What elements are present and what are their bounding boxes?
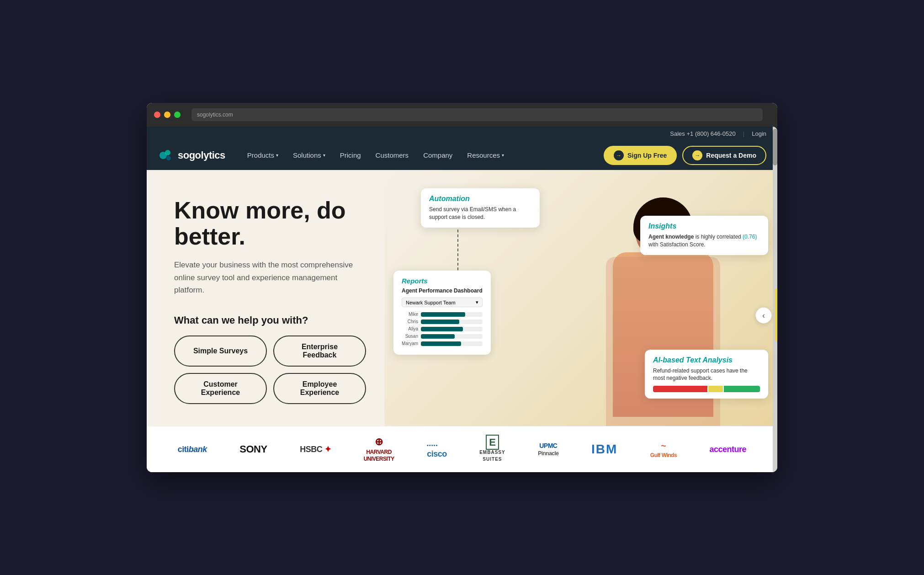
maximize-button[interactable] xyxy=(174,112,181,118)
pill-enterprise-feedback[interactable]: Enterprise Feedback xyxy=(273,335,366,367)
nav-pricing[interactable]: Pricing xyxy=(340,151,361,159)
bar-label: Maryam xyxy=(402,341,418,346)
bar-chart: Mike Chris Aliya Susan M xyxy=(402,312,483,346)
card-automation-title: Automation xyxy=(429,195,531,203)
bar-track xyxy=(421,327,483,331)
negative-sentiment xyxy=(653,386,707,392)
nav-buttons: → Sign Up Free → Request a Demo xyxy=(604,146,766,165)
help-title: What can we help you with? xyxy=(174,314,366,326)
hero-right: Automation Send survey via Email/SMS whe… xyxy=(384,170,777,426)
card-insights-title: Insights xyxy=(648,222,760,230)
bar-track xyxy=(421,319,483,324)
nav-links: Products ▾ Solutions ▾ Pricing Customers… xyxy=(247,151,604,159)
bar-fill xyxy=(421,327,463,331)
url-text: sogolytics.com xyxy=(197,112,233,118)
scrollbar-thumb[interactable] xyxy=(773,129,777,165)
arrow-icon: → xyxy=(614,150,624,160)
svg-point-2 xyxy=(166,156,171,160)
bar-row: Chris xyxy=(402,319,483,324)
card-automation-text: Send survey via Email/SMS when a support… xyxy=(429,206,531,221)
nav-customers[interactable]: Customers xyxy=(376,151,409,159)
positive-sentiment xyxy=(724,386,760,392)
bar-label: Susan xyxy=(402,334,418,339)
logo-text: sogolytics xyxy=(178,149,225,161)
reports-team-select[interactable]: Newark Support Team ▾ xyxy=(402,298,483,307)
neutral-sentiment xyxy=(708,386,723,392)
logo-sony: SONY xyxy=(239,443,267,455)
signup-button[interactable]: → Sign Up Free xyxy=(604,146,677,165)
nav-products[interactable]: Products ▾ xyxy=(247,151,278,159)
hero-left: Know more, do better. Elevate your busin… xyxy=(147,170,384,426)
nav-resources[interactable]: Resources ▾ xyxy=(467,151,504,159)
top-info-bar: Sales +1 (800) 646-0520 | Login xyxy=(147,127,777,141)
sentiment-bar xyxy=(653,386,760,392)
card-reports: Reports Agent Performance Dashboard Newa… xyxy=(393,271,491,355)
bar-fill xyxy=(421,334,455,339)
logo-harvard: ⊕HARVARDUNIVERSITY xyxy=(364,436,394,463)
bar-track xyxy=(421,334,483,339)
logo-upmc: UPMCPinnacle xyxy=(538,442,558,457)
chevron-down-icon: ▾ xyxy=(502,153,504,158)
logos-bar: citibank SONY HSBC ✦ ⊕HARVARDUNIVERSITY … xyxy=(147,426,777,472)
bar-fill xyxy=(421,319,459,324)
card-reports-title: Reports xyxy=(402,277,483,285)
feedback-tab-container: Got Feedback? xyxy=(775,289,777,341)
pill-customer-experience[interactable]: Customer Experience xyxy=(174,373,267,404)
chevron-down-icon: ▾ xyxy=(476,299,478,305)
minimize-button[interactable] xyxy=(164,112,170,118)
pill-grid: Simple Surveys Enterprise Feedback Custo… xyxy=(174,335,366,404)
divider: | xyxy=(743,130,744,137)
navbar: sogolytics Products ▾ Solutions ▾ Pricin… xyxy=(147,141,777,170)
bar-fill xyxy=(421,341,461,346)
logo-hsbc: HSBC ✦ xyxy=(300,444,331,454)
bar-track xyxy=(421,312,483,317)
hero-next-button[interactable]: ‹ xyxy=(755,307,772,324)
logo-icon xyxy=(158,147,174,164)
page-wrapper: Sales +1 (800) 646-0520 | Login sogolyti… xyxy=(147,127,777,472)
card-ai-title: AI-based Text Analysis xyxy=(653,356,760,364)
logo-citibank: citibank xyxy=(178,445,207,454)
hero-title: Know more, do better. xyxy=(174,197,366,250)
bar-track xyxy=(421,341,483,346)
bar-row: Mike xyxy=(402,312,483,317)
hero-subtitle: Elevate your business with the most comp… xyxy=(174,259,357,296)
card-insights-text: Agent knowledge is highly correlated (0.… xyxy=(648,233,760,249)
hero-section: Know more, do better. Elevate your busin… xyxy=(147,170,777,426)
bar-fill xyxy=(421,312,465,317)
chevron-down-icon: ▾ xyxy=(323,153,325,158)
logo-embassy: E EMBASSYSUITES xyxy=(479,437,505,462)
logo-ibm: IBM xyxy=(591,442,617,457)
card-reports-subtitle: Agent Performance Dashboard xyxy=(402,288,483,294)
nav-company[interactable]: Company xyxy=(423,151,452,159)
card-ai: AI-based Text Analysis Refund-related su… xyxy=(645,350,768,399)
card-automation: Automation Send survey via Email/SMS whe… xyxy=(421,188,540,228)
browser-chrome: sogolytics.com xyxy=(147,103,777,127)
browser-window: sogolytics.com Sales +1 (800) 646-0520 |… xyxy=(147,103,777,472)
logo[interactable]: sogolytics xyxy=(158,147,225,164)
bar-row: Maryam xyxy=(402,341,483,346)
url-bar[interactable]: sogolytics.com xyxy=(191,108,763,121)
feedback-tab[interactable]: Got Feedback? xyxy=(775,289,777,341)
bar-row: Aliya xyxy=(402,326,483,331)
logo-cisco: ▪▪▪▪▪cisco xyxy=(427,440,447,459)
pill-employee-experience[interactable]: Employee Experience xyxy=(273,373,366,404)
chevron-down-icon: ▾ xyxy=(276,153,278,158)
pill-simple-surveys[interactable]: Simple Surveys xyxy=(174,335,267,367)
bar-label: Mike xyxy=(402,312,418,317)
arrow-icon: → xyxy=(692,150,702,160)
logo-gulfwinds: ~ Gulf Winds xyxy=(650,441,677,458)
demo-button[interactable]: → Request a Demo xyxy=(682,146,766,165)
login-link[interactable]: Login xyxy=(752,130,766,137)
card-insights: Insights Agent knowledge is highly corre… xyxy=(640,216,768,255)
bar-label: Aliya xyxy=(402,326,418,331)
close-button[interactable] xyxy=(154,112,160,118)
nav-solutions[interactable]: Solutions ▾ xyxy=(293,151,325,159)
logo-accenture: accenture xyxy=(710,445,747,454)
bar-label: Chris xyxy=(402,319,418,324)
sales-contact: Sales +1 (800) 646-0520 xyxy=(670,130,735,137)
svg-point-1 xyxy=(165,150,170,155)
bar-row: Susan xyxy=(402,334,483,339)
card-ai-text: Refund-related support cases have the mo… xyxy=(653,367,760,383)
